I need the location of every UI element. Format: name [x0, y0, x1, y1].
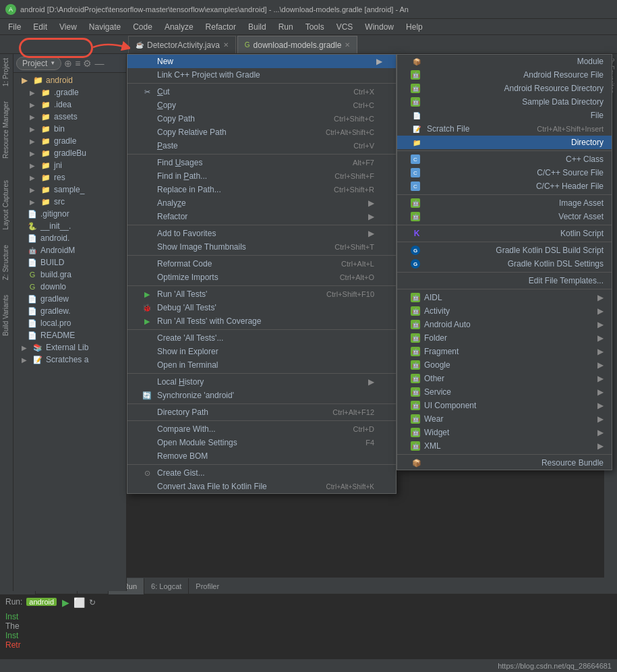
right-cpp-class[interactable]: C C++ Class: [397, 152, 612, 166]
tree-item-res[interactable]: ▶ 📁 res: [13, 171, 126, 184]
ctx-remove-bom[interactable]: Remove BOM: [127, 449, 396, 463]
tree-item-jni[interactable]: ▶ 📁 jni: [13, 159, 126, 171]
menu-code[interactable]: Code: [127, 21, 158, 33]
minimize-icon[interactable]: —: [94, 58, 104, 69]
right-widget[interactable]: 🤖 Widget ▶: [397, 426, 612, 439]
tree-item-gradle-dir[interactable]: ▶ 📁 .gradle: [13, 86, 126, 99]
ctx-create-gist[interactable]: ⊙ Create Gist...: [127, 466, 396, 480]
right-android-resource-dir[interactable]: 🤖 Android Resource Directory: [397, 82, 612, 95]
ctx-run-coverage[interactable]: ▶ Run 'All Tests' with Coverage: [127, 314, 396, 328]
tree-item-build[interactable]: 📄 BUILD: [13, 256, 126, 269]
ctx-refactor[interactable]: Refactor ▶: [127, 210, 396, 223]
tab-profiler[interactable]: Profiler: [189, 578, 226, 594]
right-aidl[interactable]: 🤖 AIDL ▶: [397, 291, 612, 304]
gear-icon[interactable]: ⚙: [83, 58, 92, 69]
tab-close-download[interactable]: ✕: [345, 41, 350, 49]
menu-view[interactable]: View: [54, 21, 82, 33]
right-google[interactable]: 🤖 Google ▶: [397, 358, 612, 372]
ctx-paste[interactable]: Paste Ctrl+V: [127, 139, 396, 152]
right-resource-bundle[interactable]: 📦 Resource Bundle: [397, 456, 612, 470]
right-kotlin-script[interactable]: K Kotlin Script: [397, 227, 612, 240]
ctx-add-favorites[interactable]: Add to Favorites ▶: [127, 227, 396, 240]
tree-item-buildgradle[interactable]: G build.gra: [13, 269, 126, 281]
tree-item-bin[interactable]: ▶ 📁 bin: [13, 123, 126, 135]
tree-item-android-file[interactable]: 📄 android.: [13, 232, 126, 244]
right-service[interactable]: 🤖 Service ▶: [397, 385, 612, 399]
right-cpp-source[interactable]: C C/C++ Source File: [397, 166, 612, 179]
right-edit-templates[interactable]: Edit File Templates...: [397, 274, 612, 287]
menu-analyze[interactable]: Analyze: [159, 21, 199, 33]
right-module[interactable]: 📦 Module: [397, 55, 612, 68]
ctx-open-terminal[interactable]: Open in Terminal: [127, 358, 396, 372]
ctx-copy-rel[interactable]: Copy Relative Path Ctrl+Alt+Shift+C: [127, 125, 396, 139]
right-directory[interactable]: 📁 Directory: [397, 136, 612, 149]
menu-help[interactable]: Help: [401, 21, 428, 33]
ctx-show-explorer[interactable]: Show in Explorer: [127, 345, 396, 358]
tab-download-models[interactable]: G download-models.gradle ✕: [237, 36, 358, 53]
tree-item-readme[interactable]: 📄 README: [13, 329, 126, 341]
menu-edit[interactable]: Edit: [28, 21, 53, 33]
ctx-debug-tests[interactable]: 🐞 Debug 'All Tests': [127, 301, 396, 314]
tab-logcat[interactable]: 6: Logcat: [144, 578, 189, 594]
ctx-compare[interactable]: Compare With... Ctrl+D: [127, 422, 396, 436]
right-image-asset[interactable]: 🤖 Image Asset: [397, 196, 612, 210]
menu-run[interactable]: Run: [273, 21, 299, 33]
menu-tools[interactable]: Tools: [300, 21, 330, 33]
ctx-optimize[interactable]: Optimize Imports Ctrl+Alt+O: [127, 271, 396, 284]
right-xml[interactable]: 🤖 XML ▶: [397, 439, 612, 453]
project-dropdown[interactable]: Project ▼: [16, 57, 61, 70]
menu-navigate[interactable]: Navigate: [84, 21, 126, 33]
ctx-create-tests[interactable]: Create 'All Tests'...: [127, 331, 396, 345]
right-file[interactable]: 📄 File: [397, 109, 612, 122]
ctx-dir-path[interactable]: Directory Path Ctrl+Alt+F12: [127, 405, 396, 419]
ctx-local-history[interactable]: Local History ▶: [127, 375, 396, 389]
tab-close-detector[interactable]: ✕: [223, 41, 229, 49]
ctx-link-cpp[interactable]: Link C++ Project with Gradle: [127, 68, 396, 82]
menu-file[interactable]: File: [3, 21, 26, 33]
sidebar-tab-resource[interactable]: Resource Manager: [0, 97, 13, 163]
sidebar-tab-layout[interactable]: Layout Captures: [0, 176, 13, 233]
ctx-run-tests[interactable]: ▶ Run 'All Tests' Ctrl+Shift+F10: [127, 287, 396, 301]
right-wear[interactable]: 🤖 Wear ▶: [397, 412, 612, 426]
tree-item-gradle[interactable]: ▶ 📁 gradle: [13, 135, 126, 147]
right-gradle-build[interactable]: G Gradle Kotlin DSL Build Script: [397, 244, 612, 257]
tree-item-src[interactable]: ▶ 📁 src: [13, 196, 126, 208]
ctx-copy-path[interactable]: Copy Path Ctrl+Shift+C: [127, 112, 396, 125]
tree-item-assets[interactable]: ▶ 📁 assets: [13, 111, 126, 123]
right-activity[interactable]: 🤖 Activity ▶: [397, 304, 612, 318]
run-play-button[interactable]: ▶: [62, 597, 69, 608]
ctx-module-settings[interactable]: Open Module Settings F4: [127, 436, 396, 449]
right-sample-data[interactable]: 🤖 Sample Data Directory: [397, 95, 612, 109]
run-rerun-button[interactable]: ↻: [89, 598, 96, 607]
tree-item-idea[interactable]: ▶ 📁 .idea: [13, 99, 126, 111]
ctx-find-usages[interactable]: Find Usages Alt+F7: [127, 156, 396, 169]
tree-item-external[interactable]: ▶ 📚 External Lib: [13, 341, 126, 354]
tree-item-androidm[interactable]: 🤖 AndroidM: [13, 244, 126, 256]
tree-item-gradlebu[interactable]: ▶ 📁 gradleBu: [13, 147, 126, 159]
right-android-auto[interactable]: 🤖 Android Auto ▶: [397, 318, 612, 331]
tree-item-sample[interactable]: ▶ 📁 sample_: [13, 184, 126, 196]
menu-refactor[interactable]: Refactor: [200, 21, 241, 33]
settings-icon[interactable]: ≡: [75, 58, 80, 69]
ctx-new[interactable]: New ▶: [127, 55, 396, 68]
ctx-reformat[interactable]: Reformat Code Ctrl+Alt+L: [127, 257, 396, 271]
sidebar-tab-build[interactable]: Build Variants: [0, 291, 13, 340]
menu-build[interactable]: Build: [243, 21, 272, 33]
right-cpp-header[interactable]: C C/C++ Header File: [397, 179, 612, 193]
tree-item-gradlew1[interactable]: 📄 gradlew: [13, 293, 126, 305]
sync-icon[interactable]: ⊕: [64, 58, 72, 69]
ctx-analyze[interactable]: Analyze ▶: [127, 196, 396, 210]
tree-item-gitignore[interactable]: 📄 .gitignor: [13, 208, 126, 220]
tree-item-init[interactable]: 🐍 __init__.: [13, 220, 126, 232]
right-fragment[interactable]: 🤖 Fragment ▶: [397, 345, 612, 358]
tab-detector-activity[interactable]: ☕ DetectorActivity.java ✕: [128, 36, 236, 53]
right-vector-asset[interactable]: 🤖 Vector Asset: [397, 210, 612, 223]
sidebar-tab-project[interactable]: 1: Project: [0, 54, 13, 90]
sidebar-tab-structure[interactable]: Z: Structure: [0, 241, 13, 284]
tree-item-scratches[interactable]: ▶ 📝 Scratches a: [13, 354, 126, 366]
ctx-find-path[interactable]: Find in Path... Ctrl+Shift+F: [127, 169, 396, 183]
menu-vcs[interactable]: VCS: [331, 21, 359, 33]
menu-window[interactable]: Window: [359, 21, 399, 33]
ctx-synchronize[interactable]: 🔄 Synchronize 'android': [127, 389, 396, 402]
tree-item-gradlew2[interactable]: 📄 gradlew.: [13, 305, 126, 317]
